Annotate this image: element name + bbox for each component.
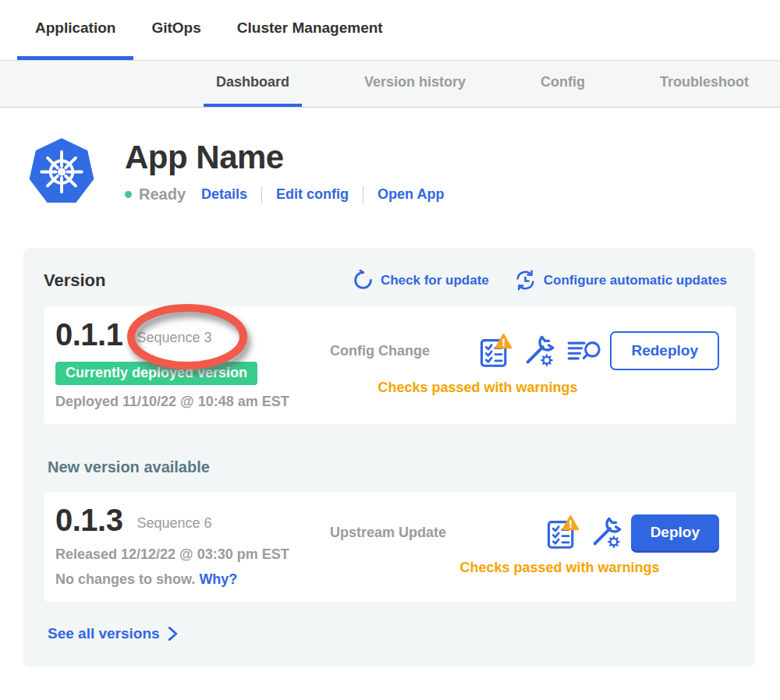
status-badge: Ready [139,186,186,203]
divider [261,186,262,203]
currently-deployed-badge: Currently deployed version [55,362,257,385]
tab-gitops[interactable]: GitOps [133,0,218,60]
tab-version-history[interactable]: Version history [352,61,478,107]
tab-dashboard[interactable]: Dashboard [204,61,302,107]
open-app-link[interactable]: Open App [378,186,444,203]
kubernetes-logo-icon [26,135,98,209]
no-changes-text: No changes to show. [55,571,195,587]
redeploy-button[interactable]: Redeploy [610,331,719,370]
see-all-versions-label: See all versions [48,625,160,642]
why-link[interactable]: Why? [199,571,237,587]
page-title: App Name [125,139,444,176]
status-dot-icon [125,191,132,198]
checks-status-text: Checks passed with warnings [330,560,719,576]
check-for-update-label: Check for update [381,273,489,288]
config-wrench-icon[interactable] [522,334,556,368]
version-source-label: Upstream Update [330,525,446,541]
new-sequence-label: Sequence 6 [136,509,211,532]
configure-automatic-updates-label: Configure automatic updates [544,273,727,288]
check-for-update-button[interactable]: Check for update [353,270,489,291]
auto-update-clock-icon [514,270,537,291]
view-logs-search-icon[interactable] [566,337,602,365]
new-version-number: 0.1.3 [55,503,122,538]
new-version-card: 0.1.3 Sequence 6 Released 12/12/22 @ 03:… [44,492,736,602]
app-header: App Name Ready Details Edit config Open … [26,135,780,209]
primary-nav: Application GitOps Cluster Management [0,0,780,60]
divider [363,186,363,203]
see-all-versions-link[interactable]: See all versions [48,625,178,642]
edit-config-link[interactable]: Edit config [276,186,349,203]
version-section-title: Version [44,270,105,291]
current-sequence-label: Sequence 3 [136,323,211,346]
secondary-nav: Dashboard Version history Config Trouble… [0,60,780,108]
preflight-checklist-warning-icon[interactable] [546,514,579,550]
deployed-timestamp: Deployed 11/10/22 @ 10:48 am EST [55,394,330,410]
tab-cluster-management[interactable]: Cluster Management [219,0,401,60]
checks-status-text: Checks passed with warnings [330,380,719,396]
preflight-checklist-warning-icon[interactable] [479,333,512,369]
current-version-number: 0.1.1 [55,317,122,352]
new-version-available-heading: New version available [48,458,736,476]
released-timestamp: Released 12/12/22 @ 03:30 pm EST [55,546,330,563]
tab-application[interactable]: Application [17,0,133,60]
configure-automatic-updates-button[interactable]: Configure automatic updates [514,270,727,291]
tab-config[interactable]: Config [528,61,597,107]
tab-troubleshoot[interactable]: Troubleshoot [647,61,761,107]
config-wrench-icon[interactable] [589,515,623,550]
current-version-card: 0.1.1 Sequence 3 Currently deployed vers… [44,306,736,424]
details-link[interactable]: Details [201,186,247,203]
refresh-icon [353,270,374,291]
version-panel: Version Check for update Configure autom… [23,248,755,667]
version-source-label: Config Change [330,343,430,359]
chevron-right-icon [168,626,178,642]
deploy-button[interactable]: Deploy [631,514,719,550]
